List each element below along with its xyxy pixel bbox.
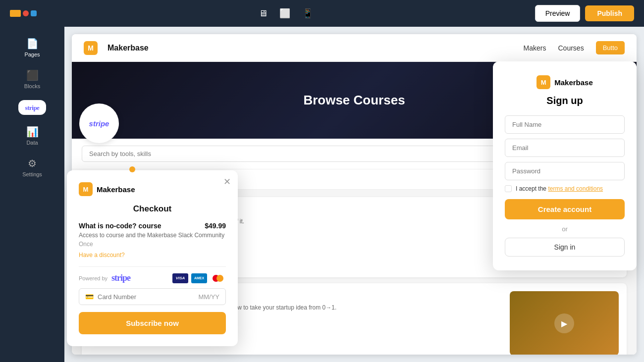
logo-circle <box>23 10 29 16</box>
checkout-close-button[interactable]: ✕ <box>223 176 231 187</box>
terms-link[interactable]: terms and conditions <box>548 185 603 192</box>
checkout-divider <box>79 266 226 267</box>
play-button-2[interactable]: ▶ <box>554 313 574 333</box>
checkout-discount-link[interactable]: Have a discount? <box>79 252 226 259</box>
mastercard-logo <box>210 273 226 283</box>
publish-button[interactable]: Publish <box>585 5 634 21</box>
signup-title: Sign up <box>505 95 625 106</box>
subscribe-button[interactable]: Subscribe now <box>79 312 226 334</box>
signup-modal: M Makerbase Sign up I accept the terms a… <box>493 61 637 270</box>
sidebar-item-blocks[interactable]: ⬛ Blocks <box>0 63 64 95</box>
tablet-icon[interactable]: ⬜ <box>279 8 290 19</box>
checkout-stripe-logo: stripe <box>111 273 130 283</box>
card-logos: VISA AMEX <box>172 273 226 283</box>
checkout-modal: ✕ M Makerbase Checkout What is no-code? … <box>67 170 238 346</box>
create-account-button[interactable]: Create account <box>505 199 625 219</box>
nav-links: Makers Courses Butto <box>524 41 625 54</box>
checkout-item-desc: Access to course and the Makerbase Slack… <box>79 232 226 239</box>
logo-rect <box>10 10 21 17</box>
card-input-row: 💳 MM/YY <box>79 288 226 305</box>
card-icon: 💳 <box>85 293 94 301</box>
terms-text: I accept the terms and conditions <box>516 185 603 192</box>
stripe-logo-widget: stripe <box>18 100 47 115</box>
nav-cta-button[interactable]: Butto <box>596 41 625 54</box>
signup-or: or <box>505 225 625 233</box>
preview-button[interactable]: Preview <box>535 5 581 22</box>
visa-logo: VISA <box>172 273 188 283</box>
powered-by-label: Powered by <box>79 275 107 281</box>
device-switcher: 🖥 ⬜ 📱 <box>259 8 313 19</box>
blocks-icon: ⬛ <box>26 69 39 81</box>
website-nav: M Makerbase Makers Courses Butto <box>72 34 637 62</box>
desktop-icon[interactable]: 🖥 <box>259 8 268 19</box>
brand-badge: M <box>84 41 98 55</box>
terms-row: I accept the terms and conditions <box>505 185 625 192</box>
stripe-deco-text: stripe <box>89 119 109 128</box>
sidebar-item-pages[interactable]: 📄 Pages <box>0 32 64 63</box>
card-number-input[interactable] <box>98 293 194 301</box>
checkout-brand-badge: M <box>79 182 93 196</box>
stripe-text: stripe <box>25 104 40 111</box>
sidebar-item-data[interactable]: 📊 Data <box>0 120 64 152</box>
app-logo <box>10 10 37 17</box>
nav-makers[interactable]: Makers <box>524 44 546 52</box>
brand-name: Makerbase <box>107 44 149 52</box>
main-area: M Makerbase Makers Courses Butto Browse … <box>64 27 644 362</box>
password-input[interactable] <box>505 162 625 180</box>
checkout-item-row: What is no-code? course $49.99 <box>79 222 226 230</box>
checkout-title: Checkout <box>79 204 226 214</box>
yellow-dot-indicator <box>129 166 135 172</box>
signup-brand-name: Makerbase <box>554 78 593 87</box>
expiry-input[interactable]: MM/YY <box>198 293 219 301</box>
email-input[interactable] <box>505 139 625 157</box>
mc-orange-circle <box>216 275 223 282</box>
settings-icon: ⚙ <box>28 157 37 169</box>
pages-icon: 📄 <box>26 38 39 50</box>
nav-courses[interactable]: Courses <box>558 44 584 52</box>
checkout-item-price: $49.99 <box>205 222 226 230</box>
signup-brand: M Makerbase <box>505 75 625 89</box>
mobile-icon[interactable]: 📱 <box>302 8 313 19</box>
checkout-item-name: What is no-code? course <box>79 222 161 230</box>
checkout-brand-name: Makerbase <box>97 185 135 194</box>
hero-title: Browse Courses <box>303 93 405 108</box>
circle-decoration: stripe <box>79 103 119 143</box>
checkout-item-freq: Once <box>79 241 226 248</box>
amex-logo: AMEX <box>191 273 207 283</box>
logo-square <box>31 10 37 16</box>
signin-button[interactable]: Sign in <box>505 238 625 257</box>
topbar: 🖥 ⬜ 📱 Preview Publish <box>0 0 644 27</box>
checkout-brand: M Makerbase <box>79 182 226 196</box>
powered-by-row: Powered by stripe VISA AMEX <box>79 273 226 283</box>
full-name-input[interactable] <box>505 115 625 134</box>
sidebar-item-settings[interactable]: ⚙ Settings <box>0 152 64 183</box>
course-thumb-2: ▶ <box>510 291 619 355</box>
terms-checkbox[interactable] <box>505 185 512 192</box>
sidebar: 📄 Pages ⬛ Blocks stripe 📊 Data ⚙ Setting… <box>0 27 64 362</box>
signup-brand-badge: M <box>537 75 550 89</box>
data-icon: 📊 <box>26 126 39 138</box>
topbar-actions: Preview Publish <box>535 5 634 22</box>
